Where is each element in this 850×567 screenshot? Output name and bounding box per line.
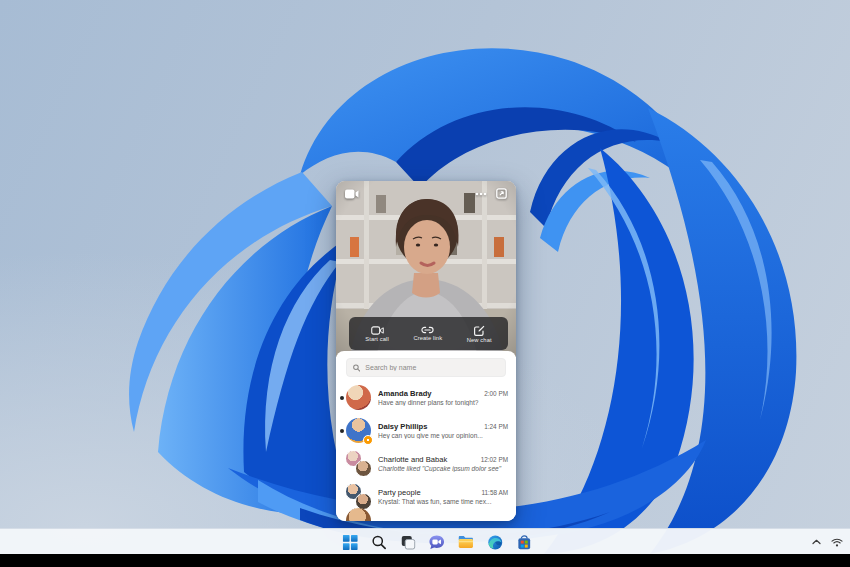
unread-dot: [340, 429, 344, 433]
new-chat-label: New chat: [467, 337, 492, 343]
chat-preview: Have any dinner plans for tonight?: [378, 399, 508, 406]
search-box[interactable]: [346, 358, 506, 377]
chat-name: Charlotte and Babak: [378, 455, 475, 464]
taskbar-center-icons: [339, 529, 535, 555]
avatar: [346, 385, 371, 410]
start-button[interactable]: [339, 531, 361, 553]
desktop: Start call Create link New chat: [0, 0, 850, 567]
away-status-badge: [363, 435, 373, 445]
task-view-icon: [400, 535, 415, 550]
taskbar: [0, 528, 850, 554]
start-call-label: Start call: [365, 336, 389, 342]
chat-time: 11:58 AM: [481, 489, 508, 496]
taskbar-search-button[interactable]: [368, 531, 390, 553]
chat-name: Daisy Phillips: [378, 422, 478, 431]
microsoft-store-button[interactable]: [513, 531, 535, 553]
task-view-button[interactable]: [397, 531, 419, 553]
create-link-button[interactable]: Create link: [413, 326, 442, 341]
new-chat-button[interactable]: New chat: [467, 325, 492, 343]
group-avatar: [346, 451, 371, 476]
chat-time: 12:02 PM: [481, 456, 508, 463]
video-preview[interactable]: Start call Create link New chat: [336, 181, 516, 357]
edge-button[interactable]: [484, 531, 506, 553]
teams-chat-icon: [429, 535, 445, 550]
start-call-button[interactable]: Start call: [365, 326, 389, 342]
teams-chat-button[interactable]: [426, 531, 448, 553]
link-icon: [421, 326, 434, 334]
group-avatar: [346, 484, 371, 509]
chat-row-daisy-phillips[interactable]: Daisy Phillips 1:24 PM Hey can you give …: [336, 414, 516, 447]
tray-overflow-chevron-icon[interactable]: [810, 537, 823, 547]
avatar: [346, 418, 371, 443]
video-camera-icon[interactable]: [345, 189, 359, 199]
chat-row-partial[interactable]: [336, 513, 516, 521]
chat-row-amanda-brady[interactable]: Amanda Brady 2:00 PM Have any dinner pla…: [336, 381, 516, 414]
wifi-icon[interactable]: [829, 536, 845, 549]
chat-time: 1:24 PM: [484, 423, 508, 430]
file-explorer-button[interactable]: [455, 531, 477, 553]
search-input[interactable]: [365, 364, 499, 371]
chat-row-charlotte-and-babak[interactable]: Charlotte and Babak 12:02 PM Charlotte l…: [336, 447, 516, 480]
chat-preview: Hey can you give me your opinion...: [378, 432, 508, 439]
microsoft-store-icon: [516, 535, 531, 550]
unread-dot: [340, 396, 344, 400]
new-chat-icon: [474, 325, 485, 336]
chat-time: 2:00 PM: [484, 390, 508, 397]
chat-name: Party people: [378, 488, 475, 497]
file-explorer-icon: [458, 535, 474, 549]
chat-list: Amanda Brady 2:00 PM Have any dinner pla…: [336, 381, 516, 521]
open-window-icon[interactable]: [496, 188, 507, 199]
chat-preview: Charlotte liked "Cupcake ipsum dolor see…: [378, 465, 508, 472]
video-call-icon: [371, 326, 384, 335]
chat-preview: Krystal: That was fun, same time nex...: [378, 498, 508, 505]
search-icon: [371, 535, 386, 550]
create-link-label: Create link: [413, 335, 442, 341]
chat-list-panel: Amanda Brady 2:00 PM Have any dinner pla…: [336, 351, 516, 521]
more-ellipsis-icon[interactable]: [475, 192, 487, 196]
bottom-letterbox: [0, 554, 850, 567]
edge-icon: [487, 535, 502, 550]
teams-chat-flyout: Start call Create link New chat: [336, 181, 516, 521]
chat-name: Amanda Brady: [378, 389, 478, 398]
system-tray: [810, 529, 845, 555]
search-icon: [353, 364, 360, 372]
video-action-bar: Start call Create link New chat: [349, 317, 508, 350]
windows-start-icon: [342, 535, 357, 550]
